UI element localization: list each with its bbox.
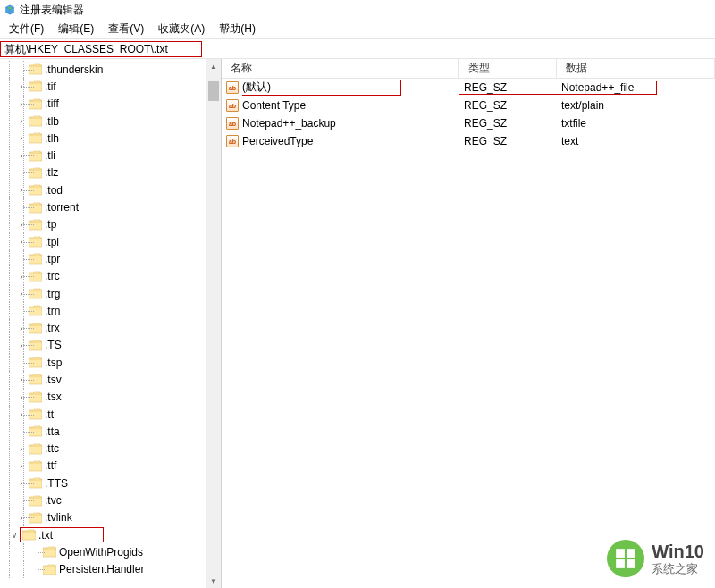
header-data[interactable]: 数据 [557, 59, 715, 78]
list-row[interactable]: abNotepad++_backupREG_SZtxtfile [222, 114, 715, 132]
watermark: Win10 系统之家 [607, 540, 704, 577]
tree-item-tta[interactable]: .tta [0, 423, 221, 440]
address-bar: 算机\HKEY_CLASSES_ROOT\.txt [0, 39, 715, 59]
svg-rect-0 [9, 7, 12, 9]
window-title: 注册表编辑器 [20, 3, 84, 18]
tree-label: .tsv [45, 374, 62, 386]
tree-item-TS[interactable]: ›.TS [0, 337, 221, 354]
tree-item-tsv[interactable]: ›.tsv [0, 371, 221, 388]
tree-item-trx[interactable]: ›.trx [0, 319, 221, 336]
tree-label: .tsp [45, 357, 62, 369]
folder-icon [22, 529, 36, 541]
tree-label: .tvlink [45, 511, 72, 524]
tree-label: .tiff [45, 97, 59, 110]
header-type[interactable]: 类型 [459, 59, 557, 78]
tree-item-trc[interactable]: ›.trc [0, 268, 221, 285]
expander-icon[interactable]: v [9, 530, 20, 540]
scrollbar-thumb[interactable] [208, 81, 219, 101]
tree-label: .tt [45, 408, 54, 421]
value-type: REG_SZ [459, 135, 557, 147]
tree-label: .tsx [45, 391, 62, 403]
tree-item-tlb[interactable]: ›.tlb [0, 113, 221, 130]
tree-item-trg[interactable]: ›.trg [0, 285, 221, 302]
menu-bar: 文件(F) 编辑(E) 查看(V) 收藏夹(A) 帮助(H) [0, 20, 715, 39]
folder-icon [43, 564, 56, 575]
scrollbar-down-icon[interactable]: ▼ [206, 574, 221, 588]
list-row[interactable]: abContent TypeREG_SZtext/plain [222, 97, 715, 114]
tree-item-thunderskin[interactable]: .thunderskin [0, 61, 221, 78]
tree-label: .trn [45, 305, 60, 317]
value-data: txtfile [557, 117, 715, 130]
tree-item-tpl[interactable]: ›.tpl [0, 233, 221, 250]
reg-string-icon: ab [226, 117, 239, 130]
value-name: abPerceivedType [222, 135, 459, 147]
list-header: 名称 类型 数据 [222, 59, 715, 79]
watermark-text: Win10 系统之家 [652, 541, 704, 576]
tree-item-tli[interactable]: ›.tli [0, 147, 221, 164]
tree-item-tp[interactable]: ›.tp [0, 216, 221, 233]
tree-label: .torrent [45, 201, 79, 214]
tree-item-tvc[interactable]: .tvc [0, 491, 221, 508]
tree-item-tsx[interactable]: ›.tsx [0, 389, 221, 406]
list-row[interactable]: ab(默认)REG_SZNotepad++_file [222, 79, 715, 97]
folder-icon [43, 546, 56, 558]
tree-label: .ttf [45, 459, 56, 472]
svg-rect-4 [627, 559, 635, 568]
tree-label: .tif [45, 80, 56, 93]
menu-help[interactable]: 帮助(H) [212, 21, 263, 37]
tree-label: .trx [45, 322, 60, 334]
main-area: .thunderskin›.tif›.tiff›.tlb›.tlh›.tli .… [0, 59, 715, 588]
tree-item-tsp[interactable]: .tsp [0, 354, 221, 371]
tree-label: .tli [45, 149, 55, 162]
tree-item-TTS[interactable]: ›.TTS [0, 475, 221, 491]
tree-scrollbar[interactable]: ▲ ▼ [206, 59, 221, 588]
tree-item-trn[interactable]: .trn [0, 302, 221, 319]
menu-edit[interactable]: 编辑(E) [51, 21, 101, 37]
tree-label: .ttc [45, 442, 59, 455]
tree-item-tiff[interactable]: ›.tiff [0, 96, 221, 113]
tree-label: PersistentHandler [59, 563, 144, 575]
value-type: REG_SZ [459, 99, 557, 112]
value-type: REG_SZ [459, 81, 557, 95]
tree-item-tif[interactable]: ›.tif [0, 78, 221, 95]
list-panel: 名称 类型 数据 ab(默认)REG_SZNotepad++_fileabCon… [222, 59, 715, 588]
reg-string-icon: ab [226, 81, 239, 94]
value-type: REG_SZ [459, 117, 557, 130]
value-name: ab(默认) [222, 80, 459, 96]
list-row[interactable]: abPerceivedTypeREG_SZtext [222, 132, 715, 150]
address-path[interactable]: 算机\HKEY_CLASSES_ROOT\.txt [0, 41, 202, 57]
tree-label: .txt [38, 529, 53, 542]
tree-item-tlh[interactable]: ›.tlh [0, 130, 221, 147]
tree-label: .tpr [45, 253, 60, 265]
tree-label: OpenWithProgids [59, 546, 143, 559]
value-data: text/plain [557, 99, 715, 112]
tree-item-ttc[interactable]: ›.ttc [0, 441, 221, 458]
regedit-icon [4, 4, 16, 16]
tree-item-ttf[interactable]: ›.ttf [0, 458, 221, 475]
tree-item-tt[interactable]: ›.tt [0, 406, 221, 423]
tree-item-tod[interactable]: ›.tod [0, 181, 221, 198]
tree-item-torrent[interactable]: .torrent [0, 198, 221, 215]
title-bar: 注册表编辑器 [0, 0, 715, 20]
tree-item-tpr[interactable]: .tpr [0, 250, 221, 267]
scrollbar-up-icon[interactable]: ▲ [206, 59, 221, 73]
menu-favorites[interactable]: 收藏夹(A) [151, 21, 212, 37]
watermark-small: 系统之家 [652, 562, 704, 576]
tree-label: .tod [45, 184, 63, 197]
tree-label: .thunderskin [45, 63, 103, 76]
svg-rect-1 [616, 549, 625, 558]
tree-child-PersistentHandler[interactable]: PersistentHandler [0, 561, 221, 578]
menu-file[interactable]: 文件(F) [2, 21, 51, 37]
menu-view[interactable]: 查看(V) [101, 21, 151, 37]
value-data: text [557, 135, 715, 147]
watermark-big: Win10 [652, 541, 704, 562]
tree-label: .tlh [45, 132, 59, 145]
tree-label: .tvc [45, 494, 62, 507]
tree-item-txt[interactable]: v.txt [0, 526, 221, 543]
tree-item-tlz[interactable]: .tlz [0, 164, 221, 181]
tree-item-tvlink[interactable]: ›.tvlink [0, 509, 221, 526]
header-name[interactable]: 名称 [222, 59, 459, 78]
reg-string-icon: ab [226, 135, 239, 147]
tree-label: .TTS [45, 477, 68, 490]
tree-child-OpenWithProgids[interactable]: OpenWithProgids [0, 543, 221, 560]
